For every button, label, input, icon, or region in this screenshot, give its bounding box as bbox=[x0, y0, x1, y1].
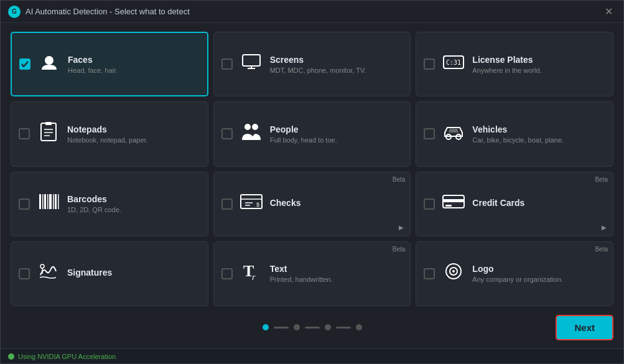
card-signatures[interactable]: Signatures bbox=[11, 241, 208, 306]
card-text[interactable]: Beta T r Text Printed, handwritten. bbox=[213, 241, 411, 306]
card-notepads[interactable]: Notepads Notebook, notepad, paper. bbox=[11, 101, 208, 166]
detection-grid: Faces Head, face, hair. Screens MDT, MDC… bbox=[11, 32, 613, 306]
card-desc-license-plates: Anywhere in the world. bbox=[472, 67, 605, 74]
icon-faces bbox=[38, 52, 60, 77]
next-button[interactable]: Next bbox=[556, 315, 613, 340]
card-text-text: Text Printed, handwritten. bbox=[270, 264, 403, 283]
card-text-signatures: Signatures bbox=[67, 268, 200, 279]
beta-badge-credit-cards: Beta bbox=[595, 176, 608, 183]
card-vehicles[interactable]: Vehicles Car, bike, bicycle, boat, plane… bbox=[416, 101, 613, 166]
card-text-credit-cards: Credit Cards bbox=[472, 198, 605, 210]
card-name-faces: Faces bbox=[68, 55, 200, 65]
card-text-checks: Checks bbox=[270, 198, 403, 210]
icon-logo bbox=[442, 261, 465, 286]
pagination-dot-0[interactable] bbox=[263, 324, 269, 330]
beta-badge-logo: Beta bbox=[595, 246, 608, 253]
card-name-people: People bbox=[270, 124, 403, 134]
pagination-line-0 bbox=[274, 327, 289, 329]
checkbox-notepads[interactable] bbox=[19, 128, 30, 139]
card-screens[interactable]: Screens MDT, MDC, phone, monitor, TV. bbox=[213, 32, 411, 96]
card-name-checks: Checks bbox=[270, 198, 403, 208]
card-desc-screens: MDT, MDC, phone, monitor, TV. bbox=[270, 67, 403, 74]
checkbox-barcodes[interactable] bbox=[19, 198, 30, 210]
app-logo: G bbox=[8, 6, 21, 18]
content-area: Faces Head, face, hair. Screens MDT, MDC… bbox=[1, 23, 623, 306]
card-people[interactable]: People Full body, head to toe. bbox=[213, 101, 411, 166]
card-faces[interactable]: Faces Head, face, hair. bbox=[11, 32, 208, 96]
pagination-line-2 bbox=[336, 327, 351, 329]
card-text-logo: Logo Any company or organization. bbox=[472, 264, 605, 283]
checkbox-vehicles[interactable] bbox=[424, 128, 435, 139]
pagination-dot-1[interactable] bbox=[294, 324, 300, 330]
card-name-credit-cards: Credit Cards bbox=[472, 198, 605, 208]
card-name-barcodes: Barcodes bbox=[67, 194, 200, 204]
svg-point-12 bbox=[252, 124, 258, 130]
checkbox-screens[interactable] bbox=[221, 58, 233, 70]
icon-barcodes bbox=[37, 193, 60, 215]
svg-rect-22 bbox=[58, 194, 59, 209]
checkbox-people[interactable] bbox=[221, 128, 233, 139]
card-checks[interactable]: Beta $ Checks ▶ bbox=[213, 172, 411, 236]
svg-rect-30 bbox=[445, 205, 452, 207]
card-desc-notepads: Notebook, notepad, paper. bbox=[67, 136, 200, 144]
pagination-dots bbox=[263, 324, 362, 330]
card-name-logo: Logo bbox=[472, 264, 605, 274]
card-credit-cards[interactable]: Beta Credit Cards ▶ bbox=[416, 172, 613, 236]
expand-arrow-checks: ▶ bbox=[399, 224, 404, 231]
card-desc-faces: Head, face, hair. bbox=[68, 67, 200, 74]
status-indicator bbox=[8, 353, 14, 360]
card-text-faces: Faces Head, face, hair. bbox=[68, 55, 200, 74]
svg-rect-19 bbox=[49, 194, 52, 209]
svg-text:r: r bbox=[252, 273, 256, 281]
card-text-license-plates: License Plates Anywhere in the world. bbox=[472, 55, 605, 74]
card-name-notepads: Notepads bbox=[67, 124, 200, 134]
pagination-dot-2[interactable] bbox=[325, 324, 331, 330]
card-name-screens: Screens bbox=[270, 55, 403, 65]
card-logo[interactable]: Beta Logo Any company or organization. bbox=[416, 241, 613, 306]
icon-vehicles bbox=[442, 124, 465, 144]
close-button[interactable]: ✕ bbox=[601, 4, 616, 19]
card-text-people: People Full body, head to toe. bbox=[270, 124, 403, 144]
card-desc-logo: Any company or organization. bbox=[472, 276, 605, 283]
svg-rect-21 bbox=[55, 194, 57, 209]
svg-rect-29 bbox=[443, 199, 464, 202]
checkbox-logo[interactable] bbox=[424, 268, 435, 279]
checkbox-license-plates[interactable] bbox=[424, 58, 435, 70]
svg-rect-6 bbox=[41, 123, 56, 141]
icon-text: T r bbox=[240, 261, 263, 286]
card-text-barcodes: Barcodes 1D, 2D, QR code. bbox=[67, 194, 200, 213]
svg-rect-20 bbox=[53, 194, 54, 209]
status-bar: Using NVIDIA GPU Acceleration bbox=[1, 348, 623, 363]
icon-checks: $ bbox=[240, 193, 263, 215]
card-desc-people: Full body, head to toe. bbox=[270, 136, 403, 144]
icon-notepads bbox=[37, 122, 60, 146]
svg-rect-17 bbox=[44, 194, 46, 209]
status-text: Using NVIDIA GPU Acceleration bbox=[18, 353, 116, 360]
checkbox-signatures[interactable] bbox=[19, 268, 30, 279]
card-text-notepads: Notepads Notebook, notepad, paper. bbox=[67, 124, 200, 144]
checkbox-credit-cards[interactable] bbox=[424, 198, 435, 210]
card-desc-text: Printed, handwritten. bbox=[270, 276, 403, 283]
checkbox-checks[interactable] bbox=[221, 198, 233, 210]
svg-rect-16 bbox=[42, 194, 44, 209]
icon-screens bbox=[240, 54, 263, 75]
card-barcodes[interactable]: Barcodes 1D, 2D, QR code. bbox=[11, 172, 208, 236]
titlebar: G AI Automatic Detection - Select what t… bbox=[1, 1, 623, 23]
icon-people bbox=[240, 123, 263, 146]
checkbox-faces[interactable] bbox=[19, 58, 30, 70]
icon-signatures bbox=[37, 263, 60, 284]
checkbox-text[interactable] bbox=[221, 268, 233, 279]
beta-badge-checks: Beta bbox=[393, 176, 406, 183]
card-desc-vehicles: Car, bike, bicycle, boat, plane. bbox=[472, 136, 605, 144]
beta-badge-text: Beta bbox=[393, 246, 406, 253]
footer: Next bbox=[1, 306, 623, 348]
card-license-plates[interactable]: C:31 License Plates Anywhere in the worl… bbox=[416, 32, 613, 96]
card-text-vehicles: Vehicles Car, bike, bicycle, boat, plane… bbox=[472, 124, 605, 144]
svg-point-11 bbox=[244, 124, 251, 130]
svg-text:C:31: C:31 bbox=[446, 59, 461, 66]
pagination-dot-3[interactable] bbox=[356, 324, 362, 330]
svg-rect-1 bbox=[243, 55, 260, 66]
card-name-vehicles: Vehicles bbox=[472, 124, 605, 134]
svg-rect-15 bbox=[39, 194, 41, 209]
card-name-license-plates: License Plates bbox=[472, 55, 605, 65]
